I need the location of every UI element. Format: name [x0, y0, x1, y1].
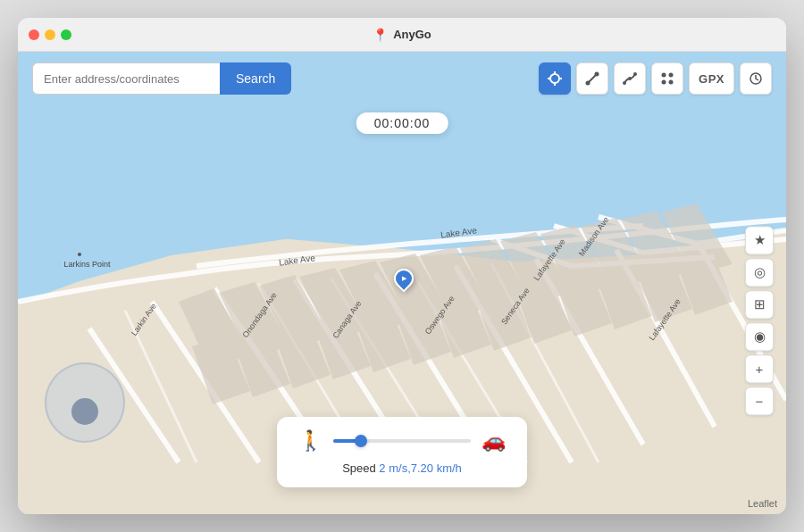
- speed-slider-track[interactable]: [333, 439, 471, 443]
- route-single-button[interactable]: [576, 62, 608, 95]
- route-single-icon: [584, 71, 600, 87]
- timer-badge: 00:00:00: [356, 112, 448, 134]
- route-multi-button[interactable]: [614, 62, 646, 95]
- history-icon: [749, 71, 763, 86]
- minimize-button[interactable]: [45, 29, 55, 40]
- star-button[interactable]: ★: [745, 226, 774, 254]
- svg-point-35: [633, 72, 637, 76]
- right-panel: ★ ◎ ⊞ ◉ + −: [745, 226, 774, 415]
- speed-prefix: Speed: [342, 461, 379, 475]
- title-bar: 📍 AnyGo: [18, 18, 786, 52]
- layers-button[interactable]: ⊞: [745, 290, 774, 319]
- crosshair-button[interactable]: [539, 62, 571, 95]
- locate-button[interactable]: ◉: [745, 322, 774, 351]
- zoom-in-button[interactable]: +: [745, 354, 774, 383]
- compass-button[interactable]: ◎: [745, 258, 774, 287]
- speed-label: Speed 2 m/s,7.20 km/h: [298, 461, 506, 475]
- gpx-button[interactable]: GPX: [689, 62, 734, 95]
- search-input[interactable]: [32, 62, 220, 95]
- speed-slider-thumb: [355, 435, 367, 447]
- svg-point-39: [669, 80, 674, 85]
- toolbar: Search: [18, 62, 786, 95]
- joystick-outer: [45, 362, 125, 443]
- maximize-button[interactable]: [61, 29, 71, 40]
- title-area: 📍 AnyGo: [373, 28, 431, 42]
- svg-point-38: [662, 73, 666, 78]
- zoom-out-button[interactable]: −: [745, 387, 774, 415]
- speed-panel: 🚶 🚗 Speed 2 m/s,7.20 km/h: [277, 417, 527, 487]
- svg-point-33: [623, 81, 626, 85]
- map-container[interactable]: Lake Ave Lake Ave Larkin Ave Onondaga Av…: [18, 52, 786, 514]
- search-area: Search: [32, 62, 291, 95]
- svg-point-31: [586, 81, 590, 86]
- search-button[interactable]: Search: [220, 62, 291, 95]
- walk-icon: 🚶: [298, 429, 322, 453]
- app-window: 📍 AnyGo: [18, 18, 786, 514]
- leaflet-label: Leaflet: [748, 498, 777, 509]
- svg-point-32: [595, 72, 599, 77]
- route-jump-button[interactable]: [651, 62, 683, 95]
- location-marker: [394, 269, 415, 290]
- svg-point-36: [662, 80, 666, 85]
- pin-icon: 📍: [373, 28, 388, 42]
- svg-point-34: [628, 77, 632, 80]
- car-icon: 🚗: [482, 429, 506, 453]
- toolbar-right: GPX: [539, 62, 772, 95]
- joystick-inner: [71, 398, 98, 425]
- history-button[interactable]: [740, 62, 772, 95]
- app-title: AnyGo: [393, 28, 431, 41]
- joystick[interactable]: [45, 362, 125, 443]
- svg-point-26: [550, 74, 559, 83]
- speed-value: 2 m/s,7.20 km/h: [379, 461, 461, 475]
- speed-icons-row: 🚶 🚗: [298, 429, 506, 453]
- route-multi-icon: [622, 71, 638, 87]
- location-dot: [390, 265, 418, 293]
- crosshair-icon: [547, 71, 563, 87]
- svg-point-37: [669, 73, 674, 78]
- route-jump-icon: [659, 71, 675, 87]
- traffic-lights: [29, 29, 71, 40]
- timer-value: 00:00:00: [374, 116, 431, 130]
- close-button[interactable]: [29, 29, 39, 40]
